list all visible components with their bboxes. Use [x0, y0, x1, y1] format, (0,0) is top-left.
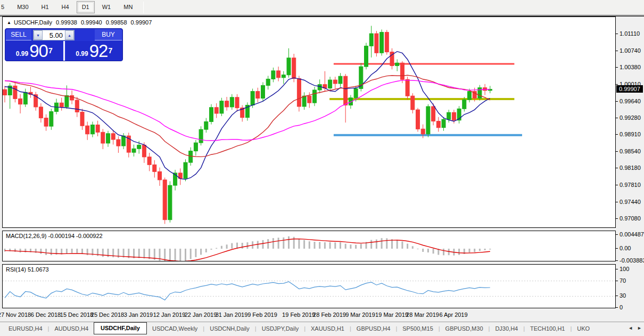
- date-axis[interactable]: 27 Nov 20186 Dec 201815 Dec 201825 Dec 2…: [2, 309, 616, 321]
- timeframe-button-h1[interactable]: H1: [36, 1, 54, 13]
- tab-scroll-arrows: ◄ ►: [628, 325, 642, 331]
- axis-tick-mark: [616, 185, 618, 185]
- timeframe-button-d1[interactable]: D1: [77, 1, 95, 13]
- date-tick-label: 28 Feb 2019: [313, 312, 346, 318]
- axis-tick-mark: [616, 51, 618, 51]
- date-tick-label: 19 Feb 2019: [282, 312, 315, 318]
- date-tick-label: 22 Jan 2019: [185, 312, 217, 318]
- chart-tab-bar: EURUSD,H4|AUDUSD,H4USDCHF,DailyUSDCAD,We…: [0, 322, 644, 336]
- axis-tick-mark: [616, 269, 618, 269]
- price-tick-label: 0.97440: [620, 199, 641, 205]
- price-tick-label: 0.98180: [620, 165, 641, 171]
- chart-tab-eurusd[interactable]: EURUSD,H4: [3, 323, 48, 334]
- ohlc-open: 0.99938: [56, 19, 77, 26]
- timeframe-button-5[interactable]: 5: [0, 1, 10, 13]
- rsi-canvas[interactable]: [3, 265, 615, 308]
- main-chart-panel: ▲USDCHF,Daily 0.99938 0.99940 0.99858 0.…: [2, 17, 616, 228]
- axis-tick-mark: [616, 281, 618, 281]
- axis-tick-mark: [616, 248, 618, 249]
- price-axis[interactable]: 1.011101.007401.003801.000100.996400.992…: [616, 0, 644, 322]
- axis-tick-mark: [616, 260, 618, 261]
- sell-price-pip: 7: [48, 41, 53, 60]
- volume-decrease-icon[interactable]: ▼: [34, 30, 43, 40]
- price-tick-label: 0.98910: [620, 131, 641, 137]
- bid-ask-prices: 0.99 90 7 0.99 92 7: [6, 41, 122, 61]
- price-divider: [63, 41, 65, 61]
- axis-tick-mark: [616, 202, 618, 202]
- chart-tabs: EURUSD,H4|AUDUSD,H4USDCHF,DailyUSDCAD,We…: [0, 322, 624, 334]
- chart-tab-xauusd[interactable]: XAUUSD,H1: [306, 323, 350, 334]
- volume-input[interactable]: [43, 30, 65, 40]
- chart-tab-tech100[interactable]: TECH100,H1: [525, 323, 570, 334]
- chart-tab-dj30[interactable]: DJ30,H4: [490, 323, 523, 334]
- date-tick-label: 15 Dec 2018: [60, 312, 93, 318]
- timeframe-button-w1[interactable]: W1: [97, 1, 117, 13]
- date-tick-label: 19 Mar 2019: [375, 312, 408, 318]
- timeframe-toolbar: 5M30H1H4D1W1MN: [0, 0, 644, 15]
- chart-tab-uko[interactable]: UKO: [572, 323, 595, 334]
- tab-scroll-left-icon[interactable]: ◄: [628, 325, 633, 331]
- chart-tab-usdjpy[interactable]: USDJPY,Daily: [257, 323, 304, 334]
- rsi-line: [5, 282, 490, 300]
- tab-scroll-right-icon[interactable]: ►: [637, 325, 642, 331]
- price-tick-label: 0.99280: [620, 114, 641, 121]
- chart-tab-sp500[interactable]: SP500,M15: [397, 323, 438, 334]
- axis-tick-mark: [616, 307, 618, 308]
- chart-tab-usdcnh[interactable]: USDCNH,Daily: [204, 323, 255, 334]
- date-tick-label: 9 Mar 2019: [345, 312, 375, 318]
- buy-price-pip: 7: [108, 41, 112, 60]
- rsi-tick-label: 0: [620, 304, 623, 310]
- timeframe-button-h4[interactable]: H4: [56, 1, 75, 13]
- chart-tab-usdcad[interactable]: USDCAD,Weekly: [147, 323, 203, 334]
- buy-price-prefix: 0.99: [76, 48, 88, 59]
- price-tick-label: 1.00740: [620, 47, 641, 54]
- chart-tab-usdchf[interactable]: USDCHF,Daily: [94, 322, 147, 334]
- macd-values: -0.000194 -0.000922: [48, 233, 102, 239]
- axis-tick-mark: [616, 296, 618, 296]
- price-tick-label: 1.00380: [620, 64, 641, 70]
- volume-spinner: ▼ ▲: [33, 30, 75, 40]
- price-tick-label: 0.97080: [620, 215, 641, 222]
- buy-price-big: 92: [89, 43, 108, 59]
- one-click-trade-widget: SELL ▼ ▲ BUY 0.99 90 7 0.99 92 7: [5, 28, 123, 61]
- price-tick-label: 1.01110: [620, 30, 640, 37]
- ohlc-high: 0.99940: [81, 19, 102, 26]
- date-tick-label: 6 Dec 2018: [31, 312, 61, 318]
- price-tick-label: 0.98540: [620, 148, 641, 154]
- date-tick-label: 28 Mar 2019: [406, 312, 439, 318]
- timeframe-buttons: 5M30H1H4D1W1MN: [0, 0, 146, 14]
- rsi-panel: RSI(14) 51.0673: [2, 264, 616, 308]
- current-price-badge: 0.99907: [616, 85, 643, 93]
- axis-tick-mark: [616, 67, 618, 68]
- date-tick-label: 3 Jan 2019: [124, 312, 153, 318]
- sell-price-display[interactable]: 0.99 90 7: [6, 41, 63, 61]
- chart-tab-audusd[interactable]: AUDUSD,H4: [49, 323, 94, 334]
- macd-tick-label: 0.00: [620, 245, 631, 251]
- date-tick-label: 25 Dec 2018: [91, 312, 124, 318]
- chart-header: ▲USDCHF,Daily 0.99938 0.99940 0.99858 0.…: [7, 19, 154, 26]
- axis-tick-mark: [616, 101, 618, 102]
- timeframe-button-mn[interactable]: MN: [118, 1, 138, 13]
- price-tick-label: 0.99640: [620, 98, 641, 104]
- mt4-chart-window: 5M30H1H4D1W1MN ▲USDCHF,Daily 0.99938 0.9…: [0, 0, 644, 336]
- date-tick-label: 31 Jan 2019: [216, 312, 248, 318]
- buy-button[interactable]: BUY: [95, 29, 122, 40]
- price-tick-label: 0.97810: [620, 182, 641, 188]
- rsi-tick-label: 100: [620, 266, 629, 272]
- chart-tab-gbpusd[interactable]: GBPUSD,M30: [440, 323, 489, 334]
- macd-tick-label: -0.003883: [620, 257, 644, 264]
- rsi-tick-label: 70: [620, 277, 626, 284]
- chart-tab-gbpusd[interactable]: GBPUSD,H4: [351, 323, 396, 334]
- date-tick-label: 12 Jan 2019: [153, 312, 186, 318]
- date-tick-label: 27 Nov 2018: [0, 312, 31, 318]
- axis-tick-mark: [616, 218, 618, 219]
- timeframe-button-m30[interactable]: M30: [12, 1, 34, 13]
- axis-tick-mark: [616, 84, 618, 85]
- macd-panel: MACD(12,26,9) -0.000194 -0.000922: [2, 231, 616, 261]
- axis-tick-mark: [616, 234, 618, 235]
- volume-increase-icon[interactable]: ▲: [65, 30, 74, 40]
- date-tick-label: 9 Feb 2019: [247, 312, 277, 318]
- sell-button[interactable]: SELL: [6, 29, 31, 40]
- buy-price-display[interactable]: 0.99 92 7: [66, 41, 123, 61]
- rsi-value: 51.0673: [28, 266, 49, 273]
